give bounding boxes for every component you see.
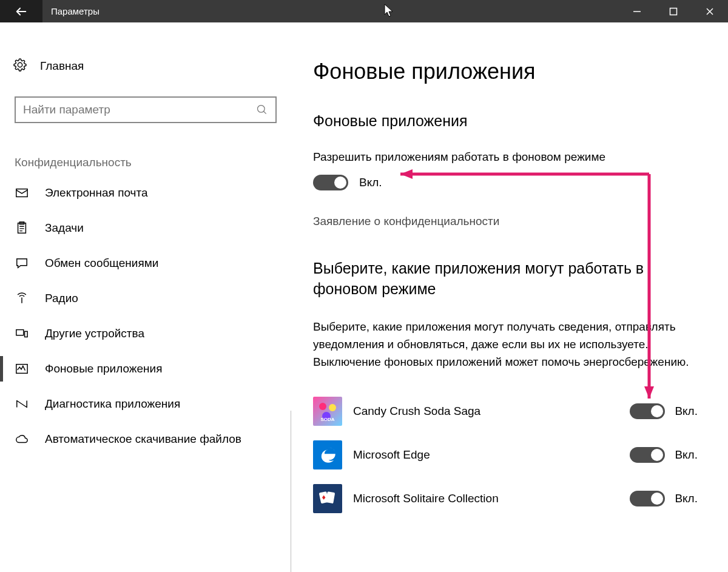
main-content: Фоновые приложения Фоновые приложения Ра…: [291, 22, 728, 572]
search-input[interactable]: [15, 96, 277, 123]
sidebar-item-label: Фоновые приложения: [45, 362, 162, 375]
clipboard-icon: [15, 221, 29, 235]
maximize-icon: [669, 7, 678, 16]
master-toggle[interactable]: [313, 175, 348, 190]
radio-icon: [15, 292, 29, 305]
sidebar-item-diagnostics[interactable]: Диагностика приложения: [0, 386, 291, 422]
close-icon: [706, 7, 714, 16]
app-row: Microsoft Solitaire Collection Вкл.: [313, 477, 698, 520]
minimize-button[interactable]: [619, 0, 655, 22]
sidebar-item-label: Электронная почта: [45, 186, 148, 200]
svg-point-9: [329, 404, 336, 411]
app-toggle-state: Вкл.: [675, 492, 698, 505]
sidebar-home-label: Главная: [40, 59, 84, 73]
page-title: Фоновые приложения: [313, 59, 698, 84]
sidebar: Главная Конфиденциальность Электронная п…: [0, 22, 291, 572]
search-field[interactable]: [23, 103, 256, 116]
app-name: Candy Crush Soda Saga: [353, 405, 630, 418]
app-row: SODA Candy Crush Soda Saga Вкл.: [313, 389, 698, 433]
sidebar-section-header: Конфиденциальность: [15, 156, 291, 169]
devices-icon: [15, 327, 29, 340]
cloud-icon: [15, 432, 29, 446]
sidebar-item-radio[interactable]: Радио: [0, 281, 291, 316]
sidebar-item-devices[interactable]: Другие устройства: [0, 316, 291, 351]
sidebar-home[interactable]: Главная: [0, 53, 291, 79]
app-row: Microsoft Edge Вкл.: [313, 433, 698, 477]
sidebar-item-email[interactable]: Электронная почта: [0, 175, 291, 210]
svg-point-8: [319, 403, 326, 410]
back-button[interactable]: [0, 0, 42, 22]
app-toggle[interactable]: [630, 491, 665, 506]
privacy-link[interactable]: Заявление о конфиденциальности: [313, 215, 698, 228]
gear-icon: [13, 58, 27, 75]
message-icon: [15, 257, 29, 270]
sidebar-item-label: Диагностика приложения: [45, 397, 180, 411]
app-toggle-state: Вкл.: [675, 448, 698, 462]
search-icon: [256, 104, 268, 116]
svg-rect-0: [670, 8, 677, 15]
svg-point-1: [258, 106, 265, 113]
close-button[interactable]: [692, 0, 728, 22]
sidebar-item-label: Обмен сообщениями: [45, 257, 158, 270]
sidebar-item-label: Другие устройства: [45, 327, 144, 340]
sidebar-item-label: Автоматическое скачивание файлов: [45, 432, 241, 446]
window-title: Параметры: [51, 6, 99, 16]
app-toggle-state: Вкл.: [675, 405, 698, 418]
titlebar: Параметры: [0, 0, 728, 22]
svg-rect-13: [326, 491, 335, 503]
sidebar-item-background-apps[interactable]: Фоновые приложения: [0, 351, 291, 386]
arrow-left-icon: [15, 5, 28, 18]
master-toggle-label: Разрешить приложениям работать в фоновом…: [313, 150, 698, 164]
app-logo-solitaire: [313, 484, 342, 513]
app-toggle[interactable]: [630, 403, 665, 419]
minimize-icon: [633, 7, 641, 16]
section-title-2: Выберите, какие приложения могут работат…: [313, 258, 689, 300]
activity-icon: [15, 362, 29, 375]
sidebar-item-auto-download[interactable]: Автоматическое скачивание файлов: [0, 422, 291, 457]
sidebar-item-label: Радио: [45, 292, 78, 305]
mail-icon: [15, 186, 29, 200]
sidebar-item-label: Задачи: [45, 221, 84, 235]
app-name: Microsoft Edge: [353, 448, 630, 462]
svg-text:SODA: SODA: [320, 417, 334, 422]
section-description: Выберите, какие приложения могут получат…: [313, 318, 698, 371]
cursor-icon: [384, 4, 395, 21]
sidebar-item-messaging[interactable]: Обмен сообщениями: [0, 246, 291, 281]
diagnostics-icon: [15, 397, 29, 411]
svg-rect-5: [16, 330, 24, 335]
app-name: Microsoft Solitaire Collection: [353, 492, 630, 505]
maximize-button[interactable]: [655, 0, 692, 22]
app-logo-candy: SODA: [313, 397, 342, 426]
master-toggle-state: Вкл.: [359, 176, 382, 189]
app-logo-edge: [313, 440, 342, 469]
sidebar-item-tasks[interactable]: Задачи: [0, 210, 291, 246]
svg-rect-2: [16, 189, 27, 197]
section-title-1: Фоновые приложения: [313, 112, 698, 130]
svg-rect-6: [25, 331, 28, 337]
app-toggle[interactable]: [630, 447, 665, 463]
